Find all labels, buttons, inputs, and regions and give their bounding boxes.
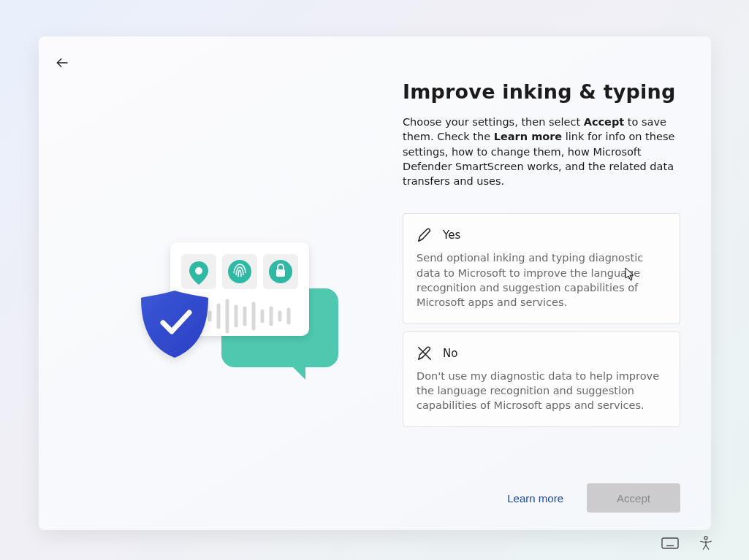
option-no-title: No	[443, 347, 457, 360]
illustration-column	[39, 37, 403, 530]
system-tray	[661, 535, 714, 551]
svg-point-33	[704, 537, 707, 540]
option-yes-desc: Send optional inking and typing diagnost…	[417, 250, 666, 310]
page-title: Improve inking & typing	[403, 80, 680, 103]
option-no[interactable]: No Don't use my diagnostic data to help …	[403, 331, 680, 427]
svg-point-5	[195, 267, 202, 275]
pen-icon	[417, 227, 433, 243]
subtitle-learnmore-word: Learn more	[494, 131, 562, 142]
svg-rect-23	[662, 538, 678, 548]
page-subtitle: Choose your settings, then select Accept…	[403, 115, 680, 188]
accept-button[interactable]: Accept	[587, 483, 680, 513]
svg-line-22	[419, 347, 431, 359]
pen-off-icon	[417, 345, 433, 361]
subtitle-accept-word: Accept	[584, 116, 625, 128]
privacy-illustration	[141, 234, 338, 387]
content-column: Improve inking & typing Choose your sett…	[403, 37, 711, 530]
option-no-desc: Don't use my diagnostic data to help imp…	[417, 369, 666, 413]
svg-rect-8	[276, 269, 285, 277]
option-yes-title: Yes	[443, 229, 460, 242]
learn-more-link[interactable]: Learn more	[507, 492, 563, 505]
accessibility-icon	[698, 535, 714, 551]
footer-row: Learn more Accept	[403, 469, 680, 513]
keyboard-icon	[661, 536, 679, 551]
on-screen-keyboard-button[interactable]	[661, 536, 679, 551]
oobe-panel: Improve inking & typing Choose your sett…	[39, 37, 711, 530]
svg-point-6	[228, 260, 251, 283]
accessibility-button[interactable]	[698, 535, 714, 551]
subtitle-text: Choose your settings, then select	[403, 116, 584, 128]
option-yes[interactable]: Yes Send optional inking and typing diag…	[403, 213, 680, 323]
option-yes-header: Yes	[417, 227, 666, 243]
option-no-header: No	[417, 345, 666, 361]
